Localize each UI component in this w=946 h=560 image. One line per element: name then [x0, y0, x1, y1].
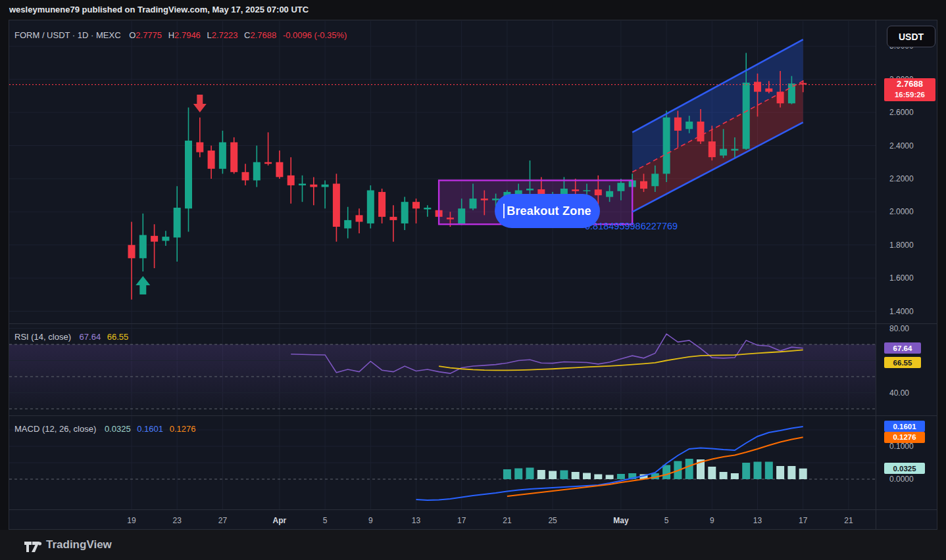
candle-body — [242, 172, 249, 181]
candle-body — [470, 198, 477, 208]
rsi-ma-value: 66.55 — [107, 332, 129, 342]
macd-hist-value: 0.0325 — [105, 424, 131, 434]
macd-histogram-bar — [708, 467, 716, 479]
candle-body — [412, 202, 420, 208]
macd-histogram-bar — [526, 468, 534, 480]
open-label: O — [129, 30, 136, 40]
tradingview-logo-icon[interactable] — [24, 540, 43, 553]
candle-body — [584, 191, 591, 191]
macd-histogram-bar — [560, 471, 568, 480]
candle-body — [663, 118, 670, 174]
candle-body — [208, 151, 215, 169]
candle-body — [788, 83, 795, 103]
rsi-value: 67.64 — [80, 332, 101, 342]
candle-body — [595, 189, 602, 195]
candle-body — [606, 191, 613, 197]
currency-toggle-label: USDT — [899, 32, 924, 42]
candle-body — [389, 217, 397, 220]
macd-histogram-bar — [594, 475, 602, 480]
svg-text:17: 17 — [457, 516, 466, 525]
candle-body — [458, 208, 465, 223]
rsi-ma-axis-badge: 66.55 — [884, 357, 921, 368]
candle-body — [344, 220, 351, 229]
symbol-legend[interactable]: FORM / USDT · 1D · MEXC O2.7775 H2.7946 … — [14, 30, 347, 40]
candle-body — [128, 245, 136, 258]
candle-body — [253, 162, 261, 181]
candle-body — [367, 191, 374, 223]
svg-text:27: 27 — [218, 516, 228, 525]
macd-histogram-bar — [549, 471, 557, 480]
svg-text:21: 21 — [503, 516, 512, 525]
candle-body — [447, 218, 454, 220]
macd-histogram-bar — [583, 473, 591, 480]
candle-body — [651, 174, 659, 186]
breakout-zone-label: Breakout Zone — [507, 204, 591, 218]
svg-text:2.0000: 2.0000 — [889, 207, 914, 216]
last-price-badge: 2.7688 16:59:26 — [884, 78, 935, 101]
attribution-text: wesleymunene79 published on TradingView.… — [9, 5, 309, 14]
candle-body — [401, 202, 409, 223]
candle-body — [697, 122, 705, 141]
macd-title: MACD (12, 26, close) — [14, 424, 96, 434]
svg-text:2.6000: 2.6000 — [889, 108, 914, 117]
svg-text:19: 19 — [127, 516, 136, 525]
low-value: 2.7223 — [212, 30, 238, 40]
svg-text:40.00: 40.00 — [889, 388, 909, 398]
svg-text:0.0000: 0.0000 — [889, 475, 914, 484]
symbol-title: FORM / USDT · 1D · MEXC — [14, 30, 121, 40]
svg-text:5: 5 — [664, 516, 669, 525]
svg-text:0.1000: 0.1000 — [889, 442, 914, 451]
macd-histogram-bar — [685, 459, 693, 479]
svg-text:9: 9 — [368, 516, 373, 525]
fib-level-label: 0.8184959986227769 — [585, 221, 678, 231]
candle-body — [322, 185, 329, 187]
macd-histogram-bar — [617, 474, 625, 479]
candle-body — [765, 89, 772, 92]
candle-body — [731, 149, 738, 151]
bar-countdown: 16:59:26 — [895, 89, 925, 100]
last-price-value: 2.7688 — [897, 79, 923, 89]
candle-body — [685, 122, 693, 129]
svg-text:23: 23 — [173, 516, 182, 525]
candle-body — [185, 141, 192, 208]
svg-text:9: 9 — [710, 516, 714, 525]
svg-text:2.2000: 2.2000 — [889, 174, 914, 183]
candle-body — [287, 175, 295, 185]
tradingview-brand-link[interactable]: TradingView — [46, 538, 112, 551]
rsi-legend[interactable]: RSI (14, close) 67.64 66.55 — [14, 332, 128, 342]
currency-toggle-button[interactable]: USDT — [887, 26, 935, 47]
low-label: L — [207, 30, 211, 40]
macd-histogram-bar — [572, 472, 580, 479]
candle-body — [720, 149, 727, 156]
candle-body — [526, 189, 534, 191]
candle-body — [299, 183, 306, 185]
candle-body — [424, 208, 431, 210]
tradingview-published-chart: wesleymunene79 published on TradingView.… — [0, 0, 946, 560]
breakout-zone-tooltip[interactable]: Breakout Zone — [495, 194, 600, 228]
macd-histogram-bar — [731, 473, 739, 479]
svg-text:13: 13 — [412, 516, 421, 525]
candles-layer — [128, 53, 807, 299]
candle-body — [276, 162, 283, 177]
svg-text:21: 21 — [844, 516, 853, 525]
candle-body — [572, 189, 579, 191]
macd-histogram-bar — [799, 469, 807, 479]
candle-body — [617, 183, 624, 191]
svg-text:80.00: 80.00 — [889, 324, 909, 333]
candle-body — [640, 181, 647, 189]
high-value: 2.7946 — [174, 30, 201, 40]
svg-text:1.4000: 1.4000 — [889, 307, 914, 316]
macd-legend[interactable]: MACD (12, 26, close) 0.0325 0.1601 0.127… — [14, 424, 195, 434]
attribution-bar: wesleymunene79 published on TradingView.… — [0, 0, 946, 20]
close-value: 2.7688 — [250, 30, 276, 40]
macd-histogram-bar — [606, 475, 614, 480]
macd-histogram-bar — [720, 472, 728, 479]
macd-histogram-bar — [662, 465, 670, 480]
svg-text:5: 5 — [323, 516, 328, 525]
macd-histogram-bar — [754, 462, 762, 480]
chart-canvas[interactable]: 3.00002.80002.60002.40002.20002.00001.80… — [0, 20, 946, 530]
macd-signal-value: 0.1276 — [170, 424, 196, 434]
buy-arrow-icon — [136, 276, 150, 294]
candle-body — [139, 235, 147, 258]
open-value: 2.7775 — [136, 30, 162, 40]
